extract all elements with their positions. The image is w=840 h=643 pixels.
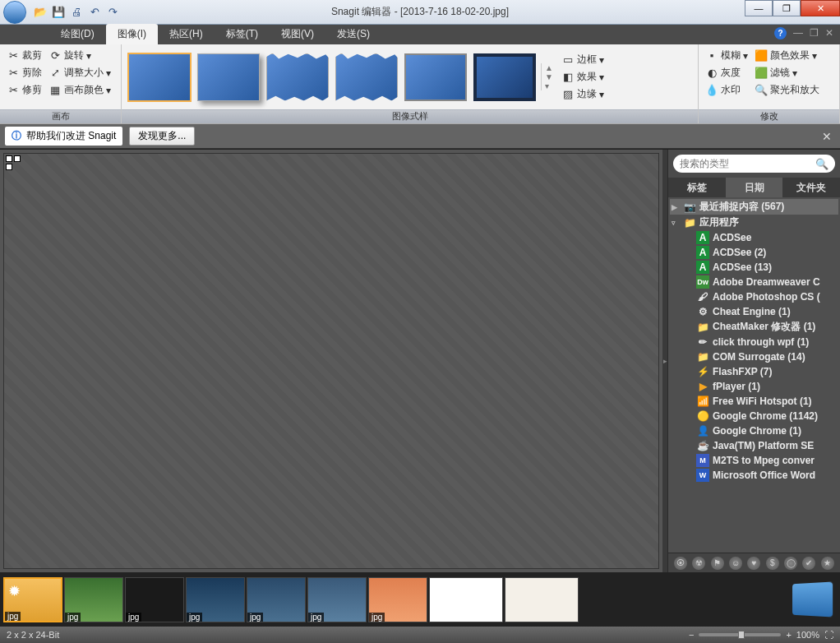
rotate-button[interactable]: ⟳旋转 ▾ xyxy=(47,48,113,63)
tree-item[interactable]: 📁CheatMaker 修改器 (1) xyxy=(670,319,838,335)
maximize-button[interactable]: ❐ xyxy=(773,0,801,16)
ribbon: ✂裁剪 ✂剪除 ✂修剪 ⟳旋转 ▾ ⤢调整大小 ▾ ▦画布颜色 ▾ 画布 ▲▼▾… xyxy=(0,44,840,124)
style-thumb-bevel[interactable] xyxy=(404,53,467,101)
tray-thumb[interactable]: jpg xyxy=(125,577,184,622)
cut-button[interactable]: ✂剪除 xyxy=(5,65,44,81)
undo-icon[interactable]: ↶ xyxy=(87,5,102,20)
tray-thumb[interactable]: jpg xyxy=(307,577,367,622)
inner-minimize-icon[interactable]: — xyxy=(793,27,803,39)
tray-thumb[interactable]: jpg xyxy=(186,577,245,622)
zoom-in-icon[interactable]: + xyxy=(786,630,791,640)
tag-icon[interactable]: ☺ xyxy=(729,557,742,570)
resize-handle[interactable] xyxy=(14,155,21,162)
crop-button[interactable]: ✂裁剪 xyxy=(5,48,44,63)
tag-icon[interactable]: ☢ xyxy=(692,557,705,570)
zoom-slider[interactable] xyxy=(699,633,781,636)
filter-button[interactable]: 🟩滤镜 ▾ xyxy=(753,65,821,81)
tab-view[interactable]: 视图(V) xyxy=(270,24,325,44)
tab-tags[interactable]: 标签(T) xyxy=(215,24,270,44)
border-button[interactable]: ▭边框 ▾ xyxy=(560,52,606,67)
tree-item[interactable]: ☕Java(TM) Platform SE xyxy=(670,438,838,453)
tray-thumb[interactable]: jpg xyxy=(368,577,427,622)
tree-item[interactable]: MM2TS to Mpeg conver xyxy=(670,453,838,468)
tag-icon[interactable]: ⦿ xyxy=(674,557,687,570)
watermark-button[interactable]: 💧水印 xyxy=(704,82,750,98)
fullscreen-icon[interactable]: ⛶ xyxy=(824,630,833,640)
info-close-icon[interactable]: ✕ xyxy=(819,130,835,143)
tree-apps[interactable]: ▿📁应用程序 xyxy=(670,215,838,230)
style-thumb-torn2[interactable] xyxy=(335,53,398,101)
app-orb[interactable] xyxy=(3,1,26,24)
tag-icon[interactable]: $ xyxy=(766,557,779,570)
style-thumb-dark[interactable] xyxy=(473,53,536,101)
tag-icon[interactable]: ◯ xyxy=(784,557,797,570)
tree-item[interactable]: ⚡FlashFXP (7) xyxy=(670,364,838,379)
trim-button[interactable]: ✂修剪 xyxy=(5,82,44,98)
tree-recent[interactable]: ▶📷最近捕捉内容 (567) xyxy=(670,199,838,215)
coloreffect-button[interactable]: 🟧颜色效果 ▾ xyxy=(753,48,821,63)
tree-item[interactable]: AACDSee (2) xyxy=(670,245,838,260)
gray-button[interactable]: ◐灰度 xyxy=(704,65,750,81)
inner-close-icon[interactable]: ✕ xyxy=(825,27,833,39)
search-input[interactable] xyxy=(680,158,815,169)
open-icon[interactable]: 📂 xyxy=(33,5,48,20)
search-icon[interactable]: 🔍 xyxy=(815,158,828,170)
tag-icon[interactable]: ⚑ xyxy=(711,557,724,570)
help-icon[interactable]: ? xyxy=(774,27,787,39)
style-gallery-more[interactable]: ▲▼▾ xyxy=(541,63,553,90)
sidetab-folder[interactable]: 文件夹 xyxy=(782,178,840,197)
tree-item[interactable]: WMicrosoft Office Word xyxy=(670,468,838,483)
discover-more-button[interactable]: 发现更多... xyxy=(129,127,195,146)
spotlight-button[interactable]: 🔍聚光和放大 xyxy=(753,82,821,98)
tray-thumb[interactable]: jpg xyxy=(64,577,123,622)
tab-image[interactable]: 图像(I) xyxy=(106,24,158,44)
search-box[interactable]: 🔍 xyxy=(673,155,835,173)
tray-thumb[interactable]: ✹jpg xyxy=(3,577,62,622)
tag-icon[interactable]: ♥ xyxy=(747,557,760,570)
tree-item[interactable]: AACDSee (13) xyxy=(670,260,838,275)
inner-restore-icon[interactable]: ❐ xyxy=(810,27,819,39)
save-icon[interactable]: 💾 xyxy=(51,5,66,20)
tree-item[interactable]: ✏click through wpf (1) xyxy=(670,335,838,349)
resize-handle[interactable] xyxy=(6,155,12,162)
info-bar: ⓘ 帮助我们改进 Snagit 发现更多... ✕ xyxy=(0,124,840,149)
minimize-button[interactable]: — xyxy=(745,0,773,16)
tab-hotspot[interactable]: 热区(H) xyxy=(158,24,215,44)
canvas-color-button[interactable]: ▦画布颜色 ▾ xyxy=(47,82,113,98)
resize-handle[interactable] xyxy=(6,164,12,170)
sidetab-tags[interactable]: 标签 xyxy=(668,178,726,197)
tree-item[interactable]: ▶fPlayer (1) xyxy=(670,379,838,394)
menu-tabs: 绘图(D) 图像(I) 热区(H) 标签(T) 视图(V) 发送(S) ? — … xyxy=(0,25,840,44)
style-thumb-torn[interactable] xyxy=(266,53,329,101)
sidetab-date[interactable]: 日期 xyxy=(726,178,783,197)
tab-send[interactable]: 发送(S) xyxy=(325,24,381,44)
redo-icon[interactable]: ↷ xyxy=(105,5,120,20)
tag-icon[interactable]: ★ xyxy=(821,557,834,570)
tree-item[interactable]: 👤Google Chrome (1) xyxy=(670,423,838,438)
close-button[interactable]: ✕ xyxy=(801,0,840,16)
tag-icon[interactable]: ✔ xyxy=(802,557,815,570)
tray-folder-icon[interactable] xyxy=(792,582,833,618)
tray-thumb[interactable] xyxy=(429,577,503,622)
tray-thumb[interactable] xyxy=(505,577,579,622)
resize-button[interactable]: ⤢调整大小 ▾ xyxy=(47,65,113,81)
canvas[interactable] xyxy=(3,153,659,569)
zoom-out-icon[interactable]: − xyxy=(689,630,694,640)
style-thumb-shadow[interactable] xyxy=(197,53,260,101)
group-modify-label: 修改 xyxy=(699,109,839,123)
tree-item[interactable]: AACDSee xyxy=(670,230,838,245)
print-icon[interactable]: 🖨 xyxy=(69,5,84,20)
tree-item[interactable]: 🖌Adobe Photoshop CS ( xyxy=(670,289,838,304)
effects-button[interactable]: ◧效果 ▾ xyxy=(560,69,606,85)
edges-button[interactable]: ▨边缘 ▾ xyxy=(560,86,606,102)
tree-item[interactable]: ⚙Cheat Engine (1) xyxy=(670,304,838,319)
style-thumb-plain[interactable] xyxy=(128,53,191,101)
tab-draw[interactable]: 绘图(D) xyxy=(49,24,106,44)
tree-item[interactable]: 📁COM Surrogate (14) xyxy=(670,349,838,364)
tray-thumb[interactable]: jpg xyxy=(247,577,306,622)
titlebar: 📂 💾 🖨 ↶ ↷ Snagit 编辑器 - [2013-7-16 18-02-… xyxy=(0,0,840,25)
tree-item[interactable]: 🟡Google Chrome (1142) xyxy=(670,409,838,423)
blur-button[interactable]: ▪模糊 ▾ xyxy=(704,48,750,63)
tree-item[interactable]: DwAdobe Dreamweaver C xyxy=(670,275,838,289)
tree-item[interactable]: 📶Free WiFi Hotspot (1) xyxy=(670,394,838,409)
